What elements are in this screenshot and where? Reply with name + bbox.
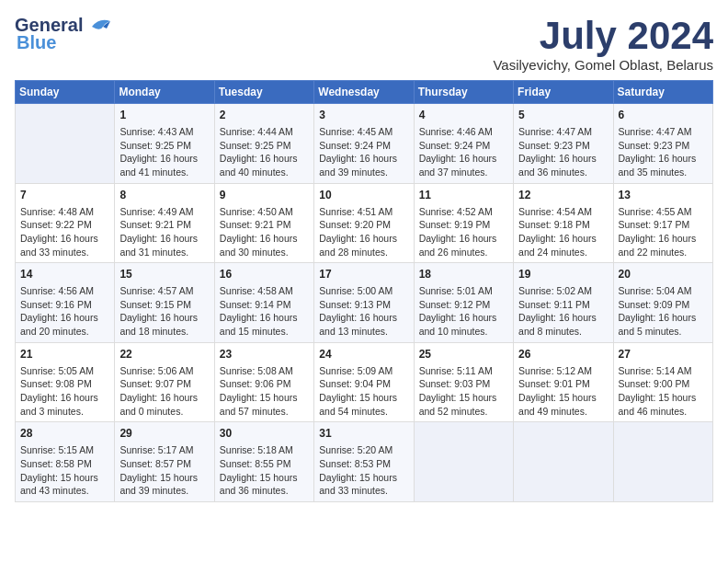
day-number: 13	[619, 188, 708, 203]
day-number: 30	[220, 426, 309, 442]
day-number: 4	[419, 108, 508, 123]
calendar-cell: 16Sunrise: 4:58 AM Sunset: 9:14 PM Dayli…	[214, 263, 313, 343]
weekday-header-thursday: Thursday	[414, 81, 513, 104]
title-area: July 2024 Vasilyevichy, Gomel Oblast, Be…	[493, 15, 713, 73]
day-info: Sunrise: 4:49 AM Sunset: 9:21 PM Dayligh…	[119, 205, 209, 259]
day-info: Sunrise: 5:02 AM Sunset: 9:11 PM Dayligh…	[518, 284, 608, 339]
calendar-week-row: 28Sunrise: 5:15 AM Sunset: 8:58 PM Dayli…	[16, 422, 713, 502]
calendar-week-row: 7Sunrise: 4:48 AM Sunset: 9:22 PM Daylig…	[16, 183, 713, 263]
day-number: 19	[518, 267, 608, 282]
calendar-cell: 28Sunrise: 5:15 AM Sunset: 8:58 PM Dayli…	[16, 422, 115, 502]
calendar-cell: 26Sunrise: 5:12 AM Sunset: 9:01 PM Dayli…	[514, 342, 613, 422]
day-number: 3	[319, 108, 408, 123]
calendar-cell: 12Sunrise: 4:54 AM Sunset: 9:18 PM Dayli…	[514, 183, 613, 263]
weekday-header-friday: Friday	[514, 81, 613, 104]
day-info: Sunrise: 5:08 AM Sunset: 9:06 PM Dayligh…	[220, 364, 309, 419]
day-number: 8	[119, 188, 209, 203]
day-info: Sunrise: 5:11 AM Sunset: 9:03 PM Dayligh…	[419, 364, 508, 419]
day-number: 11	[419, 188, 508, 203]
day-number: 28	[20, 426, 109, 442]
day-info: Sunrise: 4:57 AM Sunset: 9:15 PM Dayligh…	[119, 284, 209, 339]
day-number: 12	[518, 188, 608, 203]
day-number: 26	[518, 347, 608, 362]
weekday-header-saturday: Saturday	[613, 81, 712, 104]
calendar-cell: 24Sunrise: 5:09 AM Sunset: 9:04 PM Dayli…	[314, 342, 414, 422]
day-info: Sunrise: 5:20 AM Sunset: 8:53 PM Dayligh…	[319, 443, 408, 498]
day-info: Sunrise: 5:05 AM Sunset: 9:08 PM Dayligh…	[20, 364, 109, 419]
day-number: 25	[419, 347, 508, 362]
calendar-cell: 21Sunrise: 5:05 AM Sunset: 9:08 PM Dayli…	[16, 342, 115, 422]
calendar-cell	[514, 422, 613, 502]
day-info: Sunrise: 4:46 AM Sunset: 9:24 PM Dayligh…	[419, 125, 508, 179]
day-info: Sunrise: 5:14 AM Sunset: 9:00 PM Dayligh…	[619, 364, 708, 419]
calendar-cell: 7Sunrise: 4:48 AM Sunset: 9:22 PM Daylig…	[16, 183, 115, 263]
calendar-cell: 31Sunrise: 5:20 AM Sunset: 8:53 PM Dayli…	[314, 422, 414, 502]
day-number: 14	[20, 267, 109, 282]
weekday-header-sunday: Sunday	[16, 81, 115, 104]
weekday-header-row: SundayMondayTuesdayWednesdayThursdayFrid…	[16, 81, 713, 104]
calendar-week-row: 1Sunrise: 4:43 AM Sunset: 9:25 PM Daylig…	[16, 104, 713, 184]
day-info: Sunrise: 5:12 AM Sunset: 9:01 PM Dayligh…	[518, 364, 608, 419]
day-info: Sunrise: 4:50 AM Sunset: 9:21 PM Dayligh…	[220, 205, 309, 259]
calendar-cell: 1Sunrise: 4:43 AM Sunset: 9:25 PM Daylig…	[115, 104, 214, 184]
weekday-header-wednesday: Wednesday	[314, 81, 414, 104]
day-info: Sunrise: 4:56 AM Sunset: 9:16 PM Dayligh…	[20, 284, 109, 339]
calendar-table: SundayMondayTuesdayWednesdayThursdayFrid…	[15, 80, 713, 502]
calendar-week-row: 21Sunrise: 5:05 AM Sunset: 9:08 PM Dayli…	[16, 342, 713, 422]
calendar-cell: 22Sunrise: 5:06 AM Sunset: 9:07 PM Dayli…	[115, 342, 214, 422]
calendar-cell	[414, 422, 513, 502]
location: Vasilyevichy, Gomel Oblast, Belarus	[493, 57, 713, 73]
calendar-cell: 27Sunrise: 5:14 AM Sunset: 9:00 PM Dayli…	[613, 342, 712, 422]
day-info: Sunrise: 5:00 AM Sunset: 9:13 PM Dayligh…	[319, 284, 408, 339]
calendar-cell: 18Sunrise: 5:01 AM Sunset: 9:12 PM Dayli…	[414, 263, 513, 343]
day-number: 27	[619, 347, 708, 362]
month-title: July 2024	[493, 15, 713, 57]
calendar-cell: 9Sunrise: 4:50 AM Sunset: 9:21 PM Daylig…	[214, 183, 313, 263]
day-number: 1	[119, 108, 209, 123]
day-number: 9	[220, 188, 309, 203]
calendar-week-row: 14Sunrise: 4:56 AM Sunset: 9:16 PM Dayli…	[16, 263, 713, 343]
calendar-cell: 6Sunrise: 4:47 AM Sunset: 9:23 PM Daylig…	[613, 104, 712, 184]
calendar-cell: 17Sunrise: 5:00 AM Sunset: 9:13 PM Dayli…	[314, 263, 414, 343]
calendar-cell: 19Sunrise: 5:02 AM Sunset: 9:11 PM Dayli…	[514, 263, 613, 343]
day-info: Sunrise: 4:48 AM Sunset: 9:22 PM Dayligh…	[20, 205, 109, 259]
day-info: Sunrise: 5:01 AM Sunset: 9:12 PM Dayligh…	[419, 284, 508, 339]
day-number: 15	[119, 267, 209, 282]
calendar-cell: 2Sunrise: 4:44 AM Sunset: 9:25 PM Daylig…	[214, 104, 313, 184]
calendar-cell: 20Sunrise: 5:04 AM Sunset: 9:09 PM Dayli…	[613, 263, 712, 343]
day-info: Sunrise: 4:55 AM Sunset: 9:17 PM Dayligh…	[619, 205, 708, 259]
day-number: 24	[319, 347, 408, 362]
day-number: 6	[619, 108, 708, 123]
calendar-cell	[613, 422, 712, 502]
logo-bird-icon	[85, 16, 114, 36]
day-info: Sunrise: 5:18 AM Sunset: 8:55 PM Dayligh…	[220, 443, 309, 498]
weekday-header-tuesday: Tuesday	[214, 81, 313, 104]
calendar-cell: 10Sunrise: 4:51 AM Sunset: 9:20 PM Dayli…	[314, 183, 414, 263]
day-info: Sunrise: 4:58 AM Sunset: 9:14 PM Dayligh…	[220, 284, 309, 339]
day-number: 10	[319, 188, 408, 203]
day-number: 23	[220, 347, 309, 362]
calendar-cell: 25Sunrise: 5:11 AM Sunset: 9:03 PM Dayli…	[414, 342, 513, 422]
day-info: Sunrise: 4:44 AM Sunset: 9:25 PM Dayligh…	[220, 125, 309, 179]
day-info: Sunrise: 4:45 AM Sunset: 9:24 PM Dayligh…	[319, 125, 408, 179]
day-info: Sunrise: 5:17 AM Sunset: 8:57 PM Dayligh…	[119, 443, 209, 498]
calendar-cell: 15Sunrise: 4:57 AM Sunset: 9:15 PM Dayli…	[115, 263, 214, 343]
day-info: Sunrise: 4:51 AM Sunset: 9:20 PM Dayligh…	[319, 205, 408, 259]
day-info: Sunrise: 4:54 AM Sunset: 9:18 PM Dayligh…	[518, 205, 608, 259]
weekday-header-monday: Monday	[115, 81, 214, 104]
calendar-cell: 14Sunrise: 4:56 AM Sunset: 9:16 PM Dayli…	[16, 263, 115, 343]
day-number: 21	[20, 347, 109, 362]
calendar-cell: 11Sunrise: 4:52 AM Sunset: 9:19 PM Dayli…	[414, 183, 513, 263]
day-info: Sunrise: 4:43 AM Sunset: 9:25 PM Dayligh…	[119, 125, 209, 179]
day-number: 2	[220, 108, 309, 123]
logo-blue: Blue	[17, 32, 56, 53]
day-number: 16	[220, 267, 309, 282]
calendar-cell	[16, 104, 115, 184]
day-info: Sunrise: 5:09 AM Sunset: 9:04 PM Dayligh…	[319, 364, 408, 419]
day-number: 5	[518, 108, 608, 123]
calendar-cell: 5Sunrise: 4:47 AM Sunset: 9:23 PM Daylig…	[514, 104, 613, 184]
day-info: Sunrise: 5:15 AM Sunset: 8:58 PM Dayligh…	[20, 443, 109, 498]
day-number: 22	[119, 347, 209, 362]
day-number: 29	[119, 426, 209, 442]
day-info: Sunrise: 4:52 AM Sunset: 9:19 PM Dayligh…	[419, 205, 508, 259]
